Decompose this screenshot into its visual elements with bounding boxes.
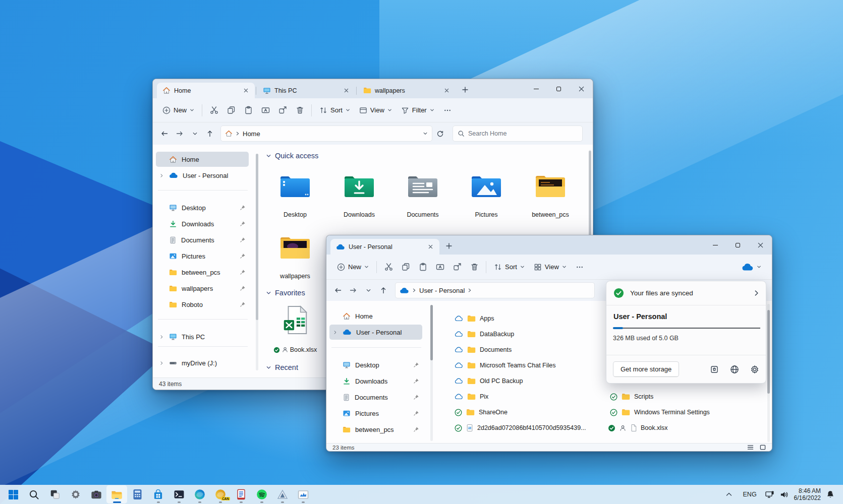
file-row-documents[interactable]: Documents (455, 342, 512, 357)
copy-button[interactable] (222, 102, 240, 118)
tab-user-personal[interactable]: User - Personal (330, 239, 439, 255)
expand-chevron-icon[interactable] (159, 173, 164, 178)
details-view-icon[interactable] (747, 445, 754, 450)
sidebar-item-onedrive[interactable]: User - Personal (329, 325, 422, 340)
share-button[interactable] (274, 102, 291, 118)
list-scrollbar[interactable] (767, 304, 770, 442)
file-row-old-pc-backup[interactable]: Old PC Backup (455, 373, 523, 389)
sidebar-item-pictures[interactable]: Pictures (156, 248, 249, 264)
paste-button[interactable] (240, 102, 257, 118)
system-monitor-app-button[interactable] (293, 485, 313, 503)
cut-button[interactable] (205, 102, 222, 118)
tray-overflow-button[interactable] (723, 487, 735, 502)
file-row-apps[interactable]: Apps (455, 311, 494, 326)
volume-icon[interactable] (779, 490, 789, 499)
section-recent[interactable]: Recent (266, 363, 298, 371)
expand-chevron-icon[interactable] (333, 330, 338, 335)
up-button[interactable] (376, 283, 391, 298)
view-button[interactable]: View (529, 260, 571, 275)
sidebar-item-between-pcs[interactable]: between_pcs (329, 422, 422, 437)
search-box[interactable] (453, 125, 583, 142)
file-row-teams-chat-files[interactable]: Microsoft Teams Chat Files (455, 358, 556, 373)
delete-button[interactable] (466, 259, 483, 275)
tab-close-icon[interactable] (442, 86, 451, 95)
sidebar-item-home[interactable]: Home (156, 152, 249, 167)
calculator-app-button[interactable] (127, 485, 148, 503)
copy-button[interactable] (397, 259, 414, 275)
close-button[interactable] (570, 79, 593, 98)
tab-this-pc[interactable]: This PC (257, 83, 355, 98)
sidebar-item-between-pcs[interactable]: between_pcs (156, 265, 249, 280)
file-row-windows-terminal-settings[interactable]: Windows Terminal Settings (610, 405, 710, 420)
sidebar-item-documents[interactable]: Documents (329, 390, 422, 405)
expand-chevron-icon[interactable] (159, 361, 164, 365)
sidebar-item-wallpapers[interactable]: wallpapers (156, 281, 249, 296)
refresh-button[interactable] (432, 126, 447, 141)
sidebar-item-downloads[interactable]: Downloads (329, 373, 422, 389)
address-bar[interactable]: Home (220, 125, 432, 142)
file-row-databackup[interactable]: DataBackup (455, 327, 514, 342)
quick-access-tile-wallpapers[interactable]: wallpapers (265, 234, 325, 280)
close-button[interactable] (749, 235, 772, 255)
tab-home[interactable]: Home (157, 83, 255, 98)
forward-button[interactable] (172, 126, 187, 141)
terminal-app-button[interactable] (168, 485, 189, 503)
tab-close-icon[interactable] (342, 86, 351, 95)
recent-locations-button[interactable] (187, 126, 202, 141)
tab-close-icon[interactable] (426, 242, 435, 251)
task-view-button[interactable] (44, 485, 65, 503)
new-tab-button[interactable] (459, 83, 472, 96)
forward-button[interactable] (346, 283, 361, 298)
file-row-book-xlsx[interactable]: Book.xlsx (608, 420, 668, 435)
new-tab-button[interactable] (442, 239, 456, 253)
language-indicator[interactable]: ENG (740, 491, 760, 498)
file-row-scripts[interactable]: Scripts (610, 389, 653, 404)
more-options-button[interactable] (439, 102, 456, 118)
more-options-button[interactable] (571, 259, 588, 275)
up-button[interactable] (202, 126, 217, 141)
paste-button[interactable] (414, 259, 431, 275)
section-favorites[interactable]: Favorites (266, 289, 305, 297)
sidebar-item-downloads[interactable]: Downloads (156, 216, 249, 231)
rename-button[interactable] (431, 259, 448, 275)
sidebar-item-desktop[interactable]: Desktop (156, 200, 249, 215)
chevron-right-icon[interactable] (754, 290, 759, 296)
breadcrumb-chevron-icon[interactable] (468, 288, 472, 293)
section-quick-access[interactable]: Quick access (266, 152, 318, 160)
recent-locations-button[interactable] (361, 283, 376, 298)
sidebar-item-onedrive[interactable]: User - Personal (156, 168, 249, 183)
rename-button[interactable] (257, 102, 274, 118)
new-button[interactable]: New (332, 260, 373, 275)
tab-wallpapers[interactable]: wallpapers (358, 83, 456, 98)
view-button[interactable]: View (355, 103, 397, 118)
tab-close-icon[interactable] (241, 86, 250, 95)
design-app-button[interactable] (272, 485, 293, 503)
sidebar-item-documents[interactable]: Documents (156, 232, 249, 247)
quick-access-tile-documents[interactable]: Documents (392, 173, 453, 218)
quick-access-tile-between-pcs[interactable]: between_pcs (520, 173, 581, 218)
maximize-button[interactable] (547, 79, 570, 98)
sidebar-item-home[interactable]: Home (329, 308, 422, 324)
recycle-bin-icon[interactable] (710, 365, 719, 374)
notepad-app-button[interactable] (231, 485, 251, 503)
file-row-pix[interactable]: Pix (455, 389, 488, 404)
spotify-app-button[interactable] (251, 485, 272, 503)
maximize-button[interactable] (726, 235, 749, 255)
quick-access-tile-downloads[interactable]: Downloads (329, 173, 389, 218)
sort-button[interactable]: Sort (315, 103, 355, 118)
microsoft-store-button[interactable] (148, 485, 168, 503)
get-more-storage-button[interactable]: Get more storage (613, 361, 679, 377)
share-button[interactable] (448, 259, 466, 275)
network-icon[interactable] (765, 490, 774, 499)
file-row-image-file[interactable]: 2d2d6ad072086bf4105700d5935439... (455, 420, 586, 435)
sidebar-item-desktop[interactable]: Desktop (329, 357, 422, 372)
camera-app-button[interactable] (86, 485, 106, 503)
notification-bell-icon[interactable] (826, 490, 835, 499)
globe-icon[interactable] (730, 365, 739, 374)
sidebar-item-roboto[interactable]: Roboto (156, 297, 249, 312)
quick-access-tile-desktop[interactable]: Desktop (265, 173, 325, 218)
delete-button[interactable] (291, 102, 308, 118)
file-row-shareone[interactable]: ShareOne (455, 405, 508, 420)
start-button[interactable] (3, 485, 24, 503)
address-bar[interactable]: User - Personal (395, 282, 595, 298)
